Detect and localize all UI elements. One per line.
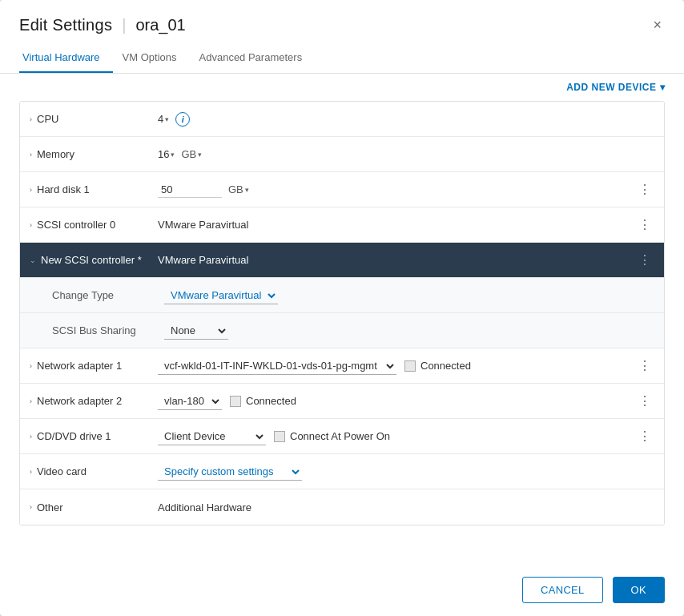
- network2-connected-label: Connected: [246, 395, 296, 407]
- cddvd-drive-row: › CD/DVD drive 1 Client Device Datastore…: [20, 419, 664, 454]
- other-row: › Other Additional Hardware: [20, 489, 664, 525]
- video-label: Video card: [37, 465, 87, 477]
- new-scsi-menu-icon[interactable]: ⋮: [635, 252, 654, 268]
- scsi-controller-label: SCSI controller 0: [37, 219, 115, 231]
- memory-row: › Memory 16 ▾ GB ▾: [20, 137, 664, 172]
- network1-connected-label: Connected: [420, 360, 471, 372]
- hard-disk-size-input[interactable]: [158, 182, 222, 198]
- scsi-bus-label: SCSI Bus Sharing: [52, 324, 136, 336]
- memory-unit-chevron-icon: ▾: [198, 151, 202, 159]
- hard-disk-unit-chevron-icon: ▾: [245, 186, 249, 194]
- cpu-row: › CPU 4 ▾ i: [20, 102, 664, 137]
- tabs-bar: Virtual Hardware VM Options Advanced Par…: [0, 43, 684, 74]
- scsi-controller-value: VMware Paravirtual: [158, 219, 248, 231]
- ok-button[interactable]: OK: [613, 577, 665, 603]
- other-label: Other: [37, 501, 63, 513]
- modal-title: Edit Settings: [19, 16, 112, 34]
- network1-label: Network adapter 1: [37, 360, 122, 372]
- cpu-expand-icon[interactable]: ›: [30, 115, 32, 123]
- settings-table: › CPU 4 ▾ i › Memory: [19, 101, 665, 525]
- network1-expand-icon[interactable]: ›: [30, 362, 32, 370]
- change-type-row: Change Type VMware Paravirtual LSI Logic…: [20, 278, 664, 313]
- network2-expand-icon[interactable]: ›: [30, 397, 32, 405]
- network1-network-select[interactable]: vcf-wkld-01-IT-INF-WKLD-01-vds-01-pg-mgm…: [158, 357, 396, 375]
- cddvd-checkbox-icon: [274, 431, 285, 442]
- cpu-count: 4: [158, 113, 163, 125]
- cddvd-label: CD/DVD drive 1: [37, 430, 111, 442]
- hard-disk-unit-select[interactable]: GB ▾: [228, 183, 249, 195]
- cddvd-menu-icon[interactable]: ⋮: [635, 429, 654, 445]
- cddvd-connect-label: Connect At Power On: [290, 430, 390, 442]
- tab-advanced-parameters[interactable]: Advanced Parameters: [196, 43, 316, 73]
- new-scsi-value: VMware Paravirtual: [158, 254, 248, 266]
- memory-expand-icon[interactable]: ›: [30, 151, 32, 159]
- network-adapter-2-row: › Network adapter 2 vlan-180 Connected ⋮: [20, 384, 664, 419]
- modal-vm-name: ora_01: [135, 16, 185, 34]
- new-scsi-controller-row: ⌄ New SCSI controller * VMware Paravirtu…: [20, 243, 664, 278]
- chevron-down-icon: ▾: [660, 82, 666, 93]
- hard-disk-row: › Hard disk 1 GB ▾ ⋮: [20, 172, 664, 207]
- video-card-select[interactable]: Specify custom settings Auto-detect sett…: [158, 463, 302, 481]
- close-button[interactable]: ×: [650, 14, 665, 35]
- change-type-label: Change Type: [52, 289, 114, 301]
- memory-unit: GB: [181, 148, 196, 160]
- add-new-device-button[interactable]: ADD NEW DEVICE ▾: [566, 82, 665, 93]
- edit-settings-modal: Edit Settings | ora_01 × Virtual Hardwar…: [0, 0, 684, 616]
- memory-label: Memory: [37, 148, 74, 160]
- cddvd-connect-checkbox[interactable]: Connect At Power On: [274, 430, 390, 442]
- network2-menu-icon[interactable]: ⋮: [635, 393, 654, 409]
- cancel-button[interactable]: CANCEL: [522, 577, 603, 603]
- scsi-controller-expand-icon[interactable]: ›: [30, 221, 32, 229]
- settings-content: › CPU 4 ▾ i › Memory: [0, 101, 684, 564]
- cpu-chevron-icon: ▾: [165, 115, 169, 123]
- modal-divider: |: [122, 16, 126, 34]
- scsi-bus-sharing-row: SCSI Bus Sharing None Virtual Physical: [20, 313, 664, 348]
- toolbar: ADD NEW DEVICE ▾: [0, 74, 684, 101]
- new-scsi-expand-icon[interactable]: ⌄: [30, 256, 36, 264]
- new-scsi-label: New SCSI controller *: [41, 254, 142, 266]
- network1-menu-icon[interactable]: ⋮: [635, 358, 654, 374]
- network-adapter-1-row: › Network adapter 1 vcf-wkld-01-IT-INF-W…: [20, 348, 664, 384]
- memory-unit-select[interactable]: GB ▾: [181, 148, 202, 160]
- other-value: Additional Hardware: [158, 501, 251, 513]
- video-card-row: › Video card Specify custom settings Aut…: [20, 454, 664, 489]
- cddvd-device-select[interactable]: Client Device Datastore ISO File: [158, 428, 266, 445]
- cpu-value-select[interactable]: 4 ▾: [158, 113, 169, 125]
- network2-vlan-select[interactable]: vlan-180: [158, 393, 222, 410]
- other-expand-icon[interactable]: ›: [30, 503, 32, 511]
- cddvd-expand-icon[interactable]: ›: [30, 433, 32, 441]
- change-type-select[interactable]: VMware Paravirtual LSI Logic SAS LSI Log…: [164, 287, 278, 304]
- hard-disk-unit: GB: [228, 183, 243, 195]
- network2-label: Network adapter 2: [37, 395, 122, 407]
- memory-value: 16: [158, 148, 169, 160]
- modal-header: Edit Settings | ora_01 ×: [0, 0, 684, 35]
- memory-value-dropdown[interactable]: 16 ▾: [158, 148, 175, 160]
- network1-connected-checkbox[interactable]: Connected: [404, 360, 471, 372]
- network2-connected-checkbox[interactable]: Connected: [230, 395, 296, 407]
- hard-disk-menu-icon[interactable]: ⋮: [635, 182, 654, 198]
- network1-checkbox-icon: [404, 360, 416, 372]
- scsi-controller-menu-icon[interactable]: ⋮: [635, 217, 654, 233]
- hard-disk-label: Hard disk 1: [37, 183, 90, 195]
- cpu-label: CPU: [37, 113, 58, 125]
- network2-checkbox-icon: [230, 396, 241, 407]
- cpu-info-icon[interactable]: i: [175, 112, 190, 127]
- memory-chevron-icon: ▾: [171, 151, 175, 159]
- tab-vm-options[interactable]: VM Options: [119, 43, 190, 73]
- modal-footer: CANCEL OK: [0, 564, 684, 616]
- video-expand-icon[interactable]: ›: [30, 468, 32, 476]
- scsi-controller-row: › SCSI controller 0 VMware Paravirtual ⋮: [20, 207, 664, 243]
- hard-disk-expand-icon[interactable]: ›: [30, 186, 32, 194]
- scsi-bus-select[interactable]: None Virtual Physical: [164, 322, 228, 340]
- tab-virtual-hardware[interactable]: Virtual Hardware: [19, 43, 113, 73]
